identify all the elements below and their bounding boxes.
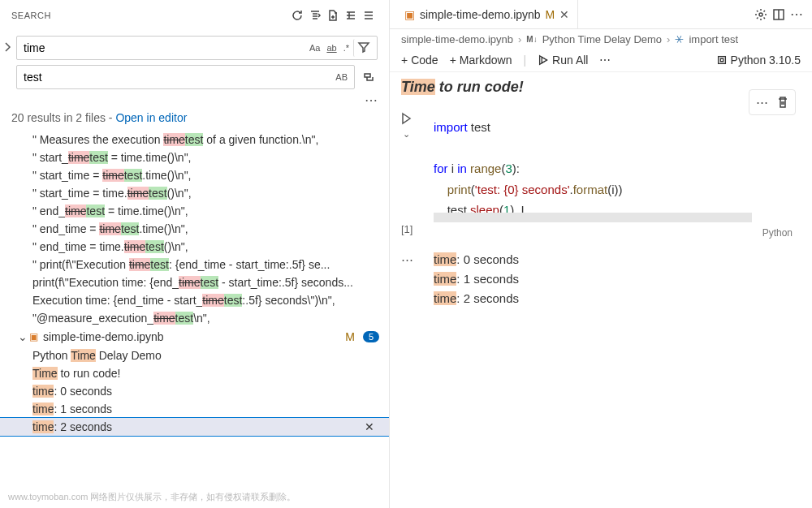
result-line[interactable]: " end_timetest = time.time()\n",: [0, 202, 389, 220]
notebook-body[interactable]: Time to run code! ⌄ ⋯ import test for i …: [390, 72, 812, 508]
chevron-right-icon: ›: [667, 33, 670, 45]
cell-gutter: ⌄: [400, 112, 412, 140]
output-line: time: 2 seconds: [434, 289, 801, 308]
case-sensitive-icon[interactable]: Aa: [307, 41, 322, 54]
modified-badge: M: [345, 330, 355, 343]
crumb-cell[interactable]: Python Time Delay Demo: [542, 33, 662, 45]
notebook-toolbar: + Code + Markdown | Run All ⋯ Python 3.1…: [390, 49, 812, 72]
python-icon: ⚹: [675, 32, 684, 45]
chevron-down-icon[interactable]: ⌄: [18, 330, 29, 343]
code-content[interactable]: import test for i in range(3): print('te…: [401, 112, 801, 226]
code-cell[interactable]: ⌄ ⋯ import test for i in range(3): print…: [401, 112, 801, 240]
result-line[interactable]: " end_time = timetest.time()\n",: [0, 220, 389, 238]
result-line[interactable]: " start_time = time.timetest()\n",: [0, 184, 389, 202]
add-code-button[interactable]: + Code: [401, 54, 438, 67]
results-list[interactable]: " Measures the execution timetest of a g…: [0, 131, 389, 486]
horizontal-scrollbar[interactable]: [434, 213, 752, 222]
toggle-replace-icon[interactable]: [2, 41, 15, 57]
replace-all-icon[interactable]: [360, 68, 378, 86]
result-line[interactable]: " end_time = time.timetest()\n",: [0, 238, 389, 256]
execution-count: [1]: [401, 223, 412, 235]
find-options: Aa ab .*: [307, 39, 373, 57]
refresh-icon[interactable]: [288, 6, 306, 24]
run-cell-icon[interactable]: [400, 112, 412, 127]
split-icon[interactable]: [770, 6, 788, 24]
delete-cell-icon[interactable]: [774, 93, 792, 111]
result-line[interactable]: Python Time Delay Demo: [0, 347, 389, 364]
cell-actions: ⋯: [749, 89, 796, 115]
results-summary: 20 results in 2 files - Open in editor: [0, 108, 389, 131]
notebook-icon: ▣: [29, 331, 38, 342]
find-row: Aa ab .*: [16, 36, 378, 60]
search-header: SEARCH: [0, 0, 389, 31]
result-line[interactable]: " start_timetest = time.time()\n",: [0, 149, 389, 166]
chevron-right-icon: ›: [518, 33, 521, 45]
search-title: SEARCH: [11, 11, 288, 20]
search-inputs: Aa ab .* AB: [0, 31, 389, 93]
chevron-down-icon[interactable]: ⌄: [403, 129, 410, 140]
filter-icon[interactable]: [353, 39, 373, 57]
file-name: simple-time-demo.ipynb: [43, 330, 345, 343]
settings-icon[interactable]: [752, 6, 770, 24]
cell-footer: [1] Python: [401, 226, 801, 240]
crumb-symbol[interactable]: import test: [689, 33, 738, 45]
regex-icon[interactable]: .*: [341, 41, 352, 54]
cell-output: ⋯ time: 0 secondstime: 1 secondstime: 2 …: [401, 250, 801, 308]
editor-pane: ▣ simple-time-demo.ipynb M ✕ ⋯ simple-ti…: [390, 0, 812, 508]
footer-note: www.toymoban.com 网络图片仅供展示，非存储，如有侵权请联系删除。: [0, 486, 389, 508]
count-badge: 5: [363, 331, 379, 342]
expand-icon[interactable]: [360, 6, 378, 24]
toolbar-more-icon[interactable]: ⋯: [599, 54, 611, 67]
breadcrumbs[interactable]: simple-time-demo.ipynb › M↓ Python Time …: [390, 29, 812, 49]
result-line[interactable]: " Measures the execution timetest of a g…: [0, 131, 389, 149]
result-line[interactable]: Execution time: {end_time - start_timete…: [0, 291, 389, 309]
tab-bar: ▣ simple-time-demo.ipynb M ✕ ⋯: [390, 0, 812, 29]
file-result-header[interactable]: ⌄ ▣ simple-time-demo.ipynb M 5: [0, 327, 389, 347]
svg-rect-2: [718, 57, 725, 64]
result-line[interactable]: time: 2 seconds✕: [0, 418, 389, 436]
editor-tab[interactable]: ▣ simple-time-demo.ipynb M ✕: [396, 0, 578, 28]
notebook-icon: ▣: [404, 8, 415, 21]
preserve-case-icon[interactable]: AB: [333, 71, 350, 84]
search-sidebar: SEARCH Aa ab .* AB ⋯: [0, 0, 390, 508]
result-line[interactable]: " print(f\"Execution timetest: {end_time…: [0, 256, 389, 273]
result-line[interactable]: time: 1 seconds: [0, 400, 389, 418]
dismiss-icon[interactable]: ✕: [365, 420, 379, 433]
collapse-icon[interactable]: [342, 6, 360, 24]
crumb-file[interactable]: simple-time-demo.ipynb: [401, 33, 513, 45]
result-line[interactable]: time: 0 seconds: [0, 382, 389, 400]
open-in-editor-link[interactable]: Open in editor: [115, 111, 187, 124]
output-line: time: 0 seconds: [434, 250, 801, 269]
cell-more-icon[interactable]: ⋯: [753, 93, 771, 111]
result-line[interactable]: Time to run code!: [0, 364, 389, 382]
run-all-button[interactable]: Run All: [538, 54, 588, 67]
svg-point-0: [759, 13, 762, 16]
output-more-icon[interactable]: ⋯: [401, 250, 413, 269]
whole-word-icon[interactable]: ab: [324, 41, 339, 54]
kernel-picker[interactable]: Python 3.10.5: [716, 54, 801, 67]
markdown-cell[interactable]: Time to run code!: [401, 79, 801, 96]
replace-options: AB: [333, 71, 350, 84]
more-icon[interactable]: ⋯: [788, 6, 806, 24]
search-more-icon[interactable]: ⋯: [0, 93, 389, 108]
output-line: time: 1 seconds: [434, 269, 801, 289]
add-markdown-button[interactable]: + Markdown: [450, 54, 512, 67]
new-file-icon[interactable]: [324, 6, 342, 24]
close-icon[interactable]: ✕: [559, 8, 569, 21]
tab-label: simple-time-demo.ipynb: [420, 8, 541, 21]
replace-input[interactable]: [16, 65, 355, 89]
cell-language[interactable]: Python: [762, 227, 793, 239]
result-line[interactable]: " start_time = timetest.time()\n",: [0, 166, 389, 184]
result-line[interactable]: print(f\"Execution time: {end_timetest -…: [0, 273, 389, 291]
modified-indicator: M: [546, 8, 555, 21]
clear-icon[interactable]: [306, 6, 324, 24]
result-line[interactable]: "@measure_execution_timetest\n",: [0, 309, 389, 327]
markdown-badge: M↓: [526, 35, 537, 44]
replace-row: AB: [16, 65, 378, 89]
